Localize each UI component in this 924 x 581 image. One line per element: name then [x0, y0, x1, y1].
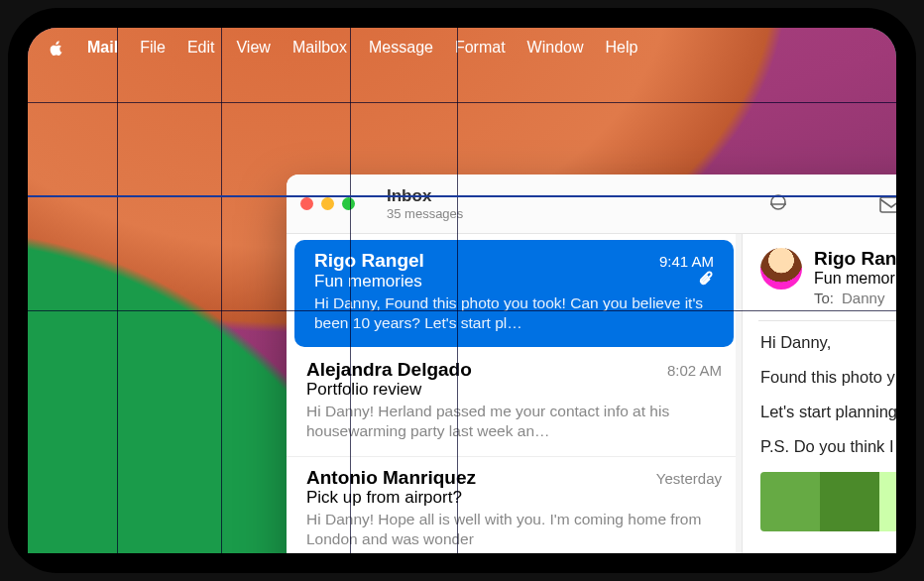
menu-app-name[interactable]: Mail [87, 39, 118, 57]
menu-format[interactable]: Format [455, 39, 506, 57]
message-subject: Pick up from airport? [306, 488, 462, 508]
message-sender: Alejandra Delgado [306, 359, 472, 381]
scrollbar[interactable] [736, 234, 742, 553]
menu-file[interactable]: File [140, 39, 166, 57]
menu-edit[interactable]: Edit [187, 39, 215, 57]
pane-subject: Fun memor [814, 270, 896, 288]
message-list[interactable]: Rigo Rangel 9:41 AM Fun memories Hi Dann… [287, 234, 743, 553]
menu-window[interactable]: Window [527, 39, 584, 57]
mail-toolbar: Inbox 35 messages [287, 174, 896, 234]
message-preview: Hi Danny! Hope all is well with you. I'm… [306, 510, 722, 549]
message-time: Yesterday [656, 470, 722, 487]
svg-point-0 [771, 195, 785, 209]
message-item[interactable]: Alejandra Delgado 8:02 AM Portfolio revi… [287, 349, 742, 456]
pane-from: Rigo Rang [814, 248, 896, 270]
pane-to: To:Danny [814, 290, 896, 306]
message-subject: Fun memories [314, 272, 422, 291]
mail-window: Inbox 35 messages [287, 174, 896, 553]
menu-help[interactable]: Help [606, 39, 638, 57]
pane-body-line: Let's start planning [760, 403, 896, 421]
message-subject: Portfolio review [306, 380, 421, 400]
message-preview: Hi Danny! Herland passed me your contact… [306, 402, 722, 441]
new-message-icon[interactable] [869, 193, 896, 215]
reading-pane: Rigo Rang Fun memor To:Danny Hi Danny, F… [743, 234, 896, 553]
window-minimize-button[interactable] [321, 197, 334, 210]
message-sender: Rigo Rangel [314, 250, 424, 272]
apple-menu-icon[interactable] [48, 39, 65, 57]
menu-view[interactable]: View [236, 39, 270, 57]
pane-body-line: Found this photo y [760, 368, 896, 387]
attachment-icon [698, 271, 714, 291]
message-sender: Antonio Manriquez [306, 467, 476, 489]
message-preview: Hi Danny, Found this photo you took! Can… [314, 293, 714, 333]
menu-message[interactable]: Message [369, 39, 433, 57]
sender-avatar [760, 248, 802, 290]
mailbox-title: Inbox [387, 186, 463, 206]
menu-mailbox[interactable]: Mailbox [292, 39, 347, 57]
filter-button[interactable] [756, 193, 800, 215]
message-time: 8:02 AM [667, 362, 722, 379]
window-close-button[interactable] [300, 197, 313, 210]
attachment-thumbnail[interactable] [760, 472, 896, 531]
pane-body-line: Hi Danny, [760, 333, 896, 352]
message-item[interactable]: Antonio Manriquez Yesterday Pick up from… [287, 457, 742, 553]
message-time: 9:41 AM [659, 253, 714, 270]
window-zoom-button[interactable] [342, 197, 355, 210]
mailbox-subtitle: 35 messages [387, 206, 463, 221]
message-item[interactable]: Rigo Rangel 9:41 AM Fun memories Hi Dann… [294, 240, 734, 347]
pane-body-line: P.S. Do you think I [760, 437, 896, 456]
menu-bar: Mail File Edit View Mailbox Message Form… [28, 28, 896, 67]
